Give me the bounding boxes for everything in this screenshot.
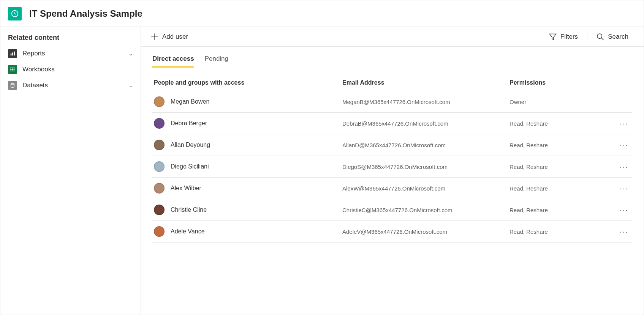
toolbar: Add user Filters Search	[141, 27, 644, 47]
user-name: Megan Bowen	[171, 98, 209, 105]
user-permission: Read, Reshare	[510, 207, 609, 213]
tab-pending[interactable]: Pending	[205, 55, 228, 68]
table-row[interactable]: Debra BergerDebraB@M365x447726.OnMicroso…	[152, 113, 632, 134]
user-name: Christie Cline	[171, 206, 207, 213]
sidebar-item-reports[interactable]: Reports ⌄	[0, 46, 141, 61]
add-user-button[interactable]: Add user	[147, 29, 192, 44]
user-name: Adele Vance	[171, 228, 205, 235]
sidebar-item-workbooks[interactable]: Workbooks	[0, 61, 141, 77]
sidebar-heading: Related content	[0, 34, 141, 46]
search-label: Search	[608, 33, 628, 41]
header: IT Spend Analysis Sample	[0, 0, 644, 27]
main: Add user Filters Search	[141, 27, 644, 315]
col-header-people[interactable]: People and groups with access	[154, 79, 342, 86]
sidebar-item-label: Datasets	[22, 82, 128, 89]
add-user-label: Add user	[162, 33, 188, 41]
table-row[interactable]: Christie ClineChristieC@M365x447726.OnMi…	[152, 199, 632, 221]
user-permission: Read, Reshare	[510, 185, 609, 192]
user-email: DiegoS@M365x447726.OnMicrosoft.com	[342, 164, 510, 170]
user-permission: Owner	[510, 99, 609, 105]
reports-icon	[8, 49, 17, 58]
user-permission: Read, Reshare	[510, 228, 609, 235]
user-name: Diego Siciliani	[171, 163, 209, 170]
svg-rect-1	[11, 54, 12, 55]
tabs: Direct access Pending	[141, 47, 644, 68]
avatar	[154, 161, 165, 172]
filters-label: Filters	[560, 33, 578, 41]
user-permission: Read, Reshare	[510, 164, 609, 170]
filters-button[interactable]: Filters	[545, 29, 582, 44]
toolbar-divider	[587, 32, 587, 42]
table-row[interactable]: Adele VanceAdeleV@M365x447726.OnMicrosof…	[152, 221, 632, 243]
more-options-button[interactable]: ···	[609, 227, 628, 236]
sidebar: Related content Reports ⌄ Workbooks Data…	[0, 27, 141, 315]
table-row[interactable]: Diego SicilianiDiegoS@M365x447726.OnMicr…	[152, 156, 632, 178]
search-icon	[597, 33, 604, 41]
more-options-button[interactable]: ···	[609, 206, 628, 214]
avatar	[154, 96, 165, 107]
app-icon	[8, 7, 22, 20]
avatar	[154, 226, 165, 237]
svg-point-10	[597, 33, 602, 38]
table-row[interactable]: Alex WilberAlexW@M365x447726.OnMicrosoft…	[152, 178, 632, 199]
tab-direct-access[interactable]: Direct access	[152, 55, 194, 68]
avatar	[154, 205, 165, 215]
chevron-down-icon: ⌄	[128, 50, 133, 57]
user-email: AlexW@M365x447726.OnMicrosoft.com	[342, 185, 510, 192]
sidebar-item-label: Workbooks	[22, 66, 133, 73]
plus-icon	[151, 33, 158, 41]
avatar	[154, 118, 165, 129]
body: Related content Reports ⌄ Workbooks Data…	[0, 27, 644, 315]
avatar	[154, 183, 165, 194]
page-title: IT Spend Analysis Sample	[29, 8, 142, 19]
svg-line-11	[601, 38, 604, 40]
user-email: AllanD@M365x447726.OnMicrosoft.com	[342, 142, 510, 148]
user-name: Allan Deyoung	[171, 142, 210, 148]
filter-icon	[549, 33, 557, 41]
user-email: ChristieC@M365x447726.OnMicrosoft.com	[342, 207, 510, 213]
user-permission: Read, Reshare	[510, 142, 609, 148]
datasets-icon	[8, 81, 17, 90]
search-button[interactable]: Search	[593, 29, 632, 44]
chevron-down-icon: ⌄	[128, 82, 133, 88]
svg-rect-2	[12, 52, 13, 55]
user-email: MeganB@M365x447726.OnMicrosoft.com	[342, 99, 510, 105]
col-header-permissions[interactable]: Permissions	[510, 79, 609, 86]
svg-rect-3	[14, 52, 15, 56]
table-header: People and groups with access Email Addr…	[152, 74, 632, 91]
svg-point-7	[11, 83, 14, 85]
workbooks-icon	[8, 65, 17, 74]
user-email: DebraB@M365x447726.OnMicrosoft.com	[342, 120, 510, 127]
more-options-button[interactable]: ···	[609, 141, 628, 150]
sidebar-item-datasets[interactable]: Datasets ⌄	[0, 77, 141, 93]
col-header-email[interactable]: Email Address	[342, 79, 510, 86]
user-name: Debra Berger	[171, 120, 207, 127]
access-table: People and groups with access Email Addr…	[141, 68, 644, 243]
user-email: AdeleV@M365x447726.OnMicrosoft.com	[342, 228, 510, 235]
user-permission: Read, Reshare	[510, 120, 609, 127]
more-options-button[interactable]: ···	[609, 162, 628, 171]
sidebar-item-label: Reports	[22, 50, 128, 57]
app-window: IT Spend Analysis Sample Related content…	[0, 0, 644, 315]
more-options-button[interactable]: ···	[609, 119, 628, 128]
table-row[interactable]: Megan BowenMeganB@M365x447726.OnMicrosof…	[152, 91, 632, 113]
more-options-button[interactable]: ···	[609, 184, 628, 193]
user-name: Alex Wilber	[171, 185, 201, 192]
avatar	[154, 140, 165, 150]
table-row[interactable]: Allan DeyoungAllanD@M365x447726.OnMicros…	[152, 134, 632, 156]
